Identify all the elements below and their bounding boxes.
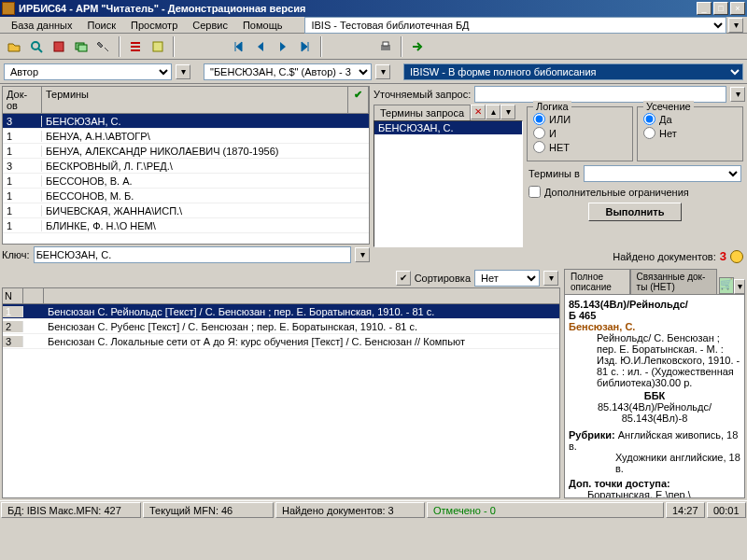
term-dropdown-btn[interactable]: ▾ [375, 64, 390, 79]
trunc-yes-radio[interactable] [643, 113, 655, 125]
view-format-combo[interactable]: IBISW - В форме полного бибописания [403, 63, 743, 80]
results-header: N [2, 287, 560, 304]
access-1: Боратынская, Е.\пер.\ [569, 489, 740, 498]
query-term-item[interactable]: БЕНСЮЗАН, С. [374, 121, 522, 134]
cart-icon[interactable]: 🛒 [719, 277, 734, 294]
nav-first-icon[interactable] [228, 36, 248, 57]
smiley-icon [730, 250, 743, 263]
titlebar: ИРБИС64 - АРМ "Читатель" - Демонстрацион… [0, 0, 747, 17]
nav-last-icon[interactable] [295, 36, 316, 57]
result-row[interactable]: 1Бенсюзан С. Рейнольдс [Текст] / С. Бенс… [3, 304, 559, 319]
close-button[interactable]: × [730, 2, 745, 15]
dict-row[interactable]: 1БЕНУА, АЛЕКСАНДР НИКОЛАЕВИЧ (1870-1956) [3, 144, 369, 159]
window-title: ИРБИС64 - АРМ "Читатель" - Демонстрацион… [19, 3, 695, 14]
dictionary-header: Док-ов Термины ✔ [2, 86, 370, 114]
results-panel: ✔ Сортировка Нет ▾ N 1Бенсюзан С. Рейнол… [0, 267, 562, 500]
sort-dropdown[interactable]: ▾ [543, 271, 558, 286]
access-label: Доп. точки доступа: [569, 478, 670, 489]
dict-check-icon[interactable]: ✔ [348, 87, 369, 113]
search-term-combo[interactable]: "БЕНСЮЗАН, С.$" (Автор) - 3 [204, 63, 372, 80]
export-icon[interactable] [407, 36, 428, 57]
menu-database[interactable]: База данных [4, 19, 80, 32]
results-col-num[interactable]: N [3, 288, 23, 303]
find-icon[interactable] [26, 36, 47, 57]
extra-restrictions-checkbox[interactable] [529, 186, 541, 198]
status-time1: 14:27 [666, 502, 705, 518]
minimize-button[interactable]: _ [697, 2, 712, 15]
description-body[interactable]: 85.143(4Вл)/Рейнольдс/ Б 465 Бенсюзан, С… [564, 294, 745, 498]
bbk-label: ББК [569, 390, 740, 401]
term-delete-button[interactable]: ✕ [471, 105, 486, 119]
upper-panels: Док-ов Термины ✔ 3БЕНСЮЗАН, С.1БЕНУА, А.… [0, 84, 747, 267]
book-icon[interactable] [49, 36, 69, 57]
found-label: Найдено документов: [613, 251, 716, 262]
dict-col-terms[interactable]: Термины [42, 87, 348, 113]
dict-row[interactable]: 3БЕНСЮЗАН, С. [3, 114, 369, 129]
desc-dropdown[interactable]: ▾ [734, 279, 745, 294]
key-label: Ключ: [2, 249, 30, 260]
database-combo[interactable]: IBIS - Тестовая библиотечная БД [304, 17, 726, 34]
key-input[interactable] [34, 246, 351, 263]
statusbar: БД: IBIS Макс.MFN: 427 Текущий MFN: 46 Н… [0, 500, 747, 519]
search-field-combo[interactable]: Автор [4, 63, 172, 80]
logic-not-radio[interactable] [533, 141, 545, 153]
logic-and-radio[interactable] [533, 127, 545, 139]
execute-button[interactable]: Выполнить [588, 203, 683, 221]
tab-related-docs[interactable]: Связанные док-ты (НЕТ) [630, 269, 718, 294]
call-number-1: 85.143(4Вл)/Рейнольдс/ [569, 299, 688, 310]
db-dropdown-extra[interactable]: ▾ [728, 18, 743, 33]
status-marked: Отмечено - 0 [427, 502, 664, 518]
menu-search[interactable]: Поиск [80, 19, 123, 32]
dict-row[interactable]: 3БЕСКРОВНЫЙ, Л. Г.\РЕД.\ [3, 159, 369, 174]
term-down-button[interactable]: ▾ [500, 105, 515, 119]
menu-help[interactable]: Помощь [235, 19, 290, 32]
menu-view[interactable]: Просмотр [123, 19, 185, 32]
trunc-no-radio[interactable] [643, 127, 655, 139]
refine-dropdown[interactable]: ▾ [730, 87, 745, 102]
call-number-2: Б 465 [569, 310, 596, 321]
found-count: 3 [720, 249, 726, 263]
toolbar-main [0, 34, 747, 60]
dictionary-list[interactable]: 3БЕНСЮЗАН, С.1БЕНУА, А.Н.\АВТОГР\1БЕНУА,… [2, 114, 370, 245]
dict-row[interactable]: 1БЕНУА, А.Н.\АВТОГР\ [3, 129, 369, 144]
query-terms-tab[interactable]: Термины запроса [374, 105, 471, 120]
open-icon[interactable] [4, 36, 24, 57]
bbk-2: 85.143(4Вл)-8 [569, 413, 740, 424]
key-go-button[interactable]: ▾ [355, 247, 370, 262]
dict-row[interactable]: 1БЛИНКЕ, Ф. Н.\О НЕМ\ [3, 218, 369, 233]
nav-next-icon[interactable] [273, 36, 293, 57]
print-icon[interactable] [375, 36, 396, 57]
term-up-button[interactable]: ▴ [486, 105, 500, 119]
terms-in-combo[interactable] [584, 165, 741, 182]
svg-rect-4 [78, 45, 87, 51]
form-icon[interactable] [148, 36, 168, 57]
nav-prev-icon[interactable] [250, 36, 271, 57]
dict-row[interactable]: 1БЕССОНОВ, В. А. [3, 174, 369, 189]
result-row[interactable]: 2Бенсюзан С. Рубенс [Текст] / С. Бенсюза… [3, 319, 559, 334]
dict-row[interactable]: 1БЕССОНОВ, М. Б. [3, 189, 369, 203]
svg-rect-8 [153, 42, 162, 51]
result-row[interactable]: 3Бенсюзан С. Локальные сети от А до Я: к… [3, 334, 559, 349]
dict-row[interactable]: 1БИЧЕВСКАЯ, ЖАННА\ИСП.\ [3, 203, 369, 218]
results-col-mark[interactable] [23, 288, 44, 303]
lower-panels: ✔ Сортировка Нет ▾ N 1Бенсюзан С. Рейнол… [0, 267, 747, 500]
status-db: БД: IBIS Макс.MFN: 427 [1, 502, 141, 518]
menu-service[interactable]: Сервис [185, 19, 235, 32]
field-dropdown-btn[interactable]: ▾ [176, 64, 190, 79]
dict-col-count[interactable]: Док-ов [3, 87, 42, 113]
trunc-legend: Усечение [643, 101, 694, 112]
results-list[interactable]: 1Бенсюзан С. Рейнольдс [Текст] / С. Бенс… [2, 304, 560, 498]
logic-or-radio[interactable] [533, 113, 545, 125]
maximize-button[interactable]: □ [713, 2, 728, 15]
cards-icon[interactable] [71, 36, 92, 57]
query-terms-list[interactable]: БЕНСЮЗАН, С. [374, 120, 523, 247]
status-time2: 00:01 [707, 502, 746, 518]
sort-label: Сортировка [415, 273, 471, 284]
mark-button[interactable]: ✔ [396, 271, 411, 286]
sort-combo[interactable]: Нет [474, 270, 540, 287]
extra-restrictions-label: Дополнительные ограничения [544, 187, 689, 198]
tab-full-description[interactable]: Полное описание [564, 269, 630, 294]
tools-icon[interactable] [93, 36, 114, 57]
dictionary-panel: Док-ов Термины ✔ 3БЕНСЮЗАН, С.1БЕНУА, А.… [0, 84, 372, 267]
list-icon[interactable] [125, 36, 146, 57]
